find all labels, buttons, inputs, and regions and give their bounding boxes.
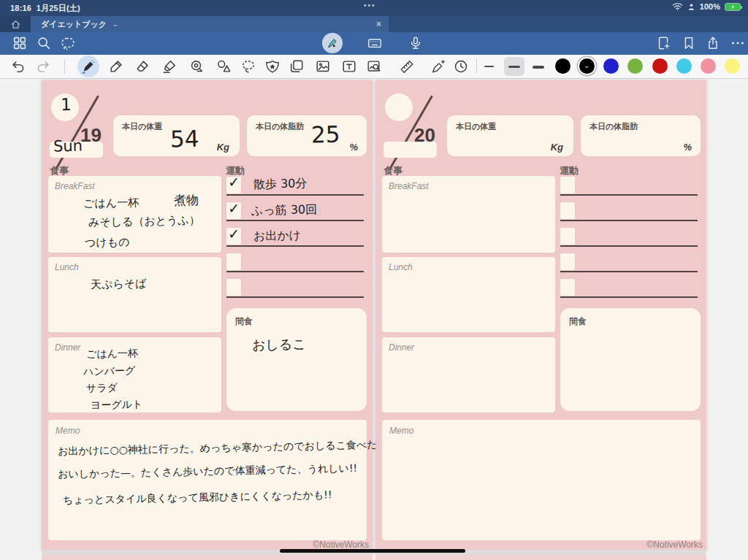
color-swatch-blue[interactable]	[603, 58, 619, 74]
memo-box[interactable]: Memo お出かけに○○神社に行った。めっちゃ寒かったのでおしるこ食べた。 おい…	[48, 420, 367, 540]
snack-box[interactable]: 間食 おしるこ	[226, 308, 367, 411]
tab-bar: ダイエットブック ⌄ ×	[0, 16, 748, 32]
notebook-tab[interactable]: ダイエットブック ⌄ ×	[31, 16, 389, 32]
text-icon[interactable]	[341, 58, 357, 74]
dinner-box[interactable]: Dinner ごはん一杯 ハンバーグ サラダ ヨーグルト	[48, 337, 221, 413]
tab-close-icon[interactable]: ×	[376, 19, 381, 29]
chevron-down-icon[interactable]: ⌄	[112, 20, 118, 28]
handwriting-line: ごはん一杯	[86, 347, 138, 361]
highlighter-icon[interactable]	[161, 58, 178, 74]
shapes-icon[interactable]	[215, 58, 232, 74]
thickness-thick[interactable]	[533, 66, 544, 69]
more-icon[interactable]	[730, 35, 746, 51]
home-indicator[interactable]	[280, 549, 465, 553]
weight-label: 本日の体重	[122, 121, 162, 132]
search-icon[interactable]	[36, 35, 52, 51]
color-swatch-cyan[interactable]	[676, 58, 692, 74]
color-swatch-red[interactable]	[652, 58, 668, 74]
color-swatch-yellow[interactable]	[725, 58, 740, 74]
weekday-box[interactable]	[383, 142, 437, 158]
weight-box[interactable]: 本日の体重 Kg 54	[113, 115, 240, 156]
weight-value-handwritten: 54	[170, 126, 199, 153]
ruler-icon[interactable]	[399, 58, 415, 74]
thickness-medium[interactable]	[508, 66, 520, 68]
bodyfat-box[interactable]: 本日の体脂肪 %	[581, 115, 701, 156]
page-footer: ©NotiveWorks	[313, 540, 369, 550]
fountain-pen-icon[interactable]	[80, 58, 96, 74]
snack-label: 間食	[235, 315, 253, 328]
page-footer: ©NotiveWorks	[646, 540, 703, 550]
exercise-checkbox[interactable]	[560, 279, 575, 296]
photo-search-icon[interactable]	[366, 58, 382, 74]
bookmark-icon[interactable]	[681, 35, 697, 51]
weight-unit: Kg	[551, 142, 563, 153]
redo-icon[interactable]	[35, 58, 51, 74]
handwriting-line: お出かけ	[253, 228, 302, 244]
bodyfat-box[interactable]: 本日の体脂肪 % 25	[247, 115, 367, 156]
eraser-icon[interactable]	[134, 58, 150, 74]
add-page-icon[interactable]	[656, 35, 672, 51]
exercise-checkbox[interactable]	[560, 202, 575, 219]
lunch-box[interactable]: Lunch 天ぷらそば	[48, 257, 221, 332]
undo-icon[interactable]	[10, 58, 26, 74]
home-button[interactable]	[0, 16, 31, 32]
keyboard-mode-icon[interactable]	[367, 35, 383, 51]
lasso-icon[interactable]	[240, 58, 256, 74]
exercise-line	[560, 245, 698, 247]
exercise-checkbox[interactable]	[226, 253, 241, 270]
exercise-line	[226, 220, 364, 221]
memo-label: Memo	[389, 426, 413, 436]
pages-icon[interactable]	[289, 58, 305, 74]
divider	[64, 59, 65, 74]
tape-icon[interactable]	[188, 58, 205, 74]
exercise-checkbox[interactable]	[226, 279, 241, 296]
exercise-checkbox[interactable]	[560, 177, 575, 193]
ai-chat-icon[interactable]	[60, 35, 76, 51]
exercise-checkbox[interactable]	[560, 228, 575, 245]
pen-mode-icon	[326, 37, 339, 50]
breakfast-box[interactable]: BreakFast	[382, 176, 555, 253]
exercise-checkbox[interactable]	[560, 253, 575, 270]
exercise-line	[560, 296, 698, 298]
bodyfat-unit: %	[683, 142, 692, 153]
dinner-box[interactable]: Dinner	[382, 337, 555, 413]
selected-check-icon: ⌄	[584, 61, 589, 69]
bodyfat-label: 本日の体脂肪	[256, 121, 304, 132]
thumbnails-icon[interactable]	[12, 35, 28, 51]
journal-page-right[interactable]: 20 本日の体重 Kg 本日の体脂肪 % 食事 BreakFast Lunch …	[375, 80, 706, 551]
exercise-line	[560, 220, 698, 221]
tools-row: ⌄	[0, 55, 748, 79]
thickness-thin[interactable]	[484, 66, 494, 67]
journal-page-left[interactable]: 1 19 Sun 本日の体重 Kg 54 本日の体脂肪 % 25 食事 Brea…	[42, 80, 373, 551]
memo-box[interactable]: Memo	[382, 420, 701, 540]
elements-icon[interactable]	[264, 58, 280, 74]
month-circle[interactable]	[385, 93, 413, 121]
exercise-line	[226, 296, 364, 298]
color-swatch-black-selected[interactable]: ⌄	[579, 58, 595, 74]
breakfast-box[interactable]: BreakFast ごはん一杯 みそしる（おとうふ） つけもの 煮物	[48, 176, 221, 253]
lunch-box[interactable]: Lunch	[382, 257, 555, 332]
color-swatch-black[interactable]	[555, 58, 570, 74]
color-swatch-green[interactable]	[627, 58, 643, 74]
pencil-icon[interactable]	[108, 58, 124, 74]
exercise-line	[560, 271, 698, 272]
pointer-pen-icon[interactable]	[430, 58, 446, 74]
weight-unit: Kg	[217, 142, 229, 153]
handwriting-line: お出かけに○○神社に行った。めっちゃ寒かったのでおしるこ食べた。	[58, 438, 388, 458]
handwriting-line: 天ぷらそば	[91, 277, 147, 292]
image-icon[interactable]	[315, 58, 331, 74]
share-icon[interactable]	[705, 35, 721, 51]
battery-charging-icon: ⚡	[725, 3, 741, 11]
next-page-sliver	[375, 554, 706, 560]
timer-icon[interactable]	[453, 58, 469, 74]
battery-percent: 100%	[700, 2, 720, 11]
dinner-label: Dinner	[389, 342, 414, 353]
checkmark-handwritten: ✓	[228, 200, 240, 216]
mic-icon[interactable]	[408, 35, 424, 51]
color-swatch-pink[interactable]	[701, 58, 716, 74]
snack-box[interactable]: 間食	[560, 308, 701, 411]
weight-box[interactable]: 本日の体重 Kg	[447, 115, 573, 156]
breakfast-label: BreakFast	[389, 181, 429, 191]
multitask-dots[interactable]: •••	[364, 1, 376, 9]
pen-mode-button[interactable]	[322, 33, 343, 53]
